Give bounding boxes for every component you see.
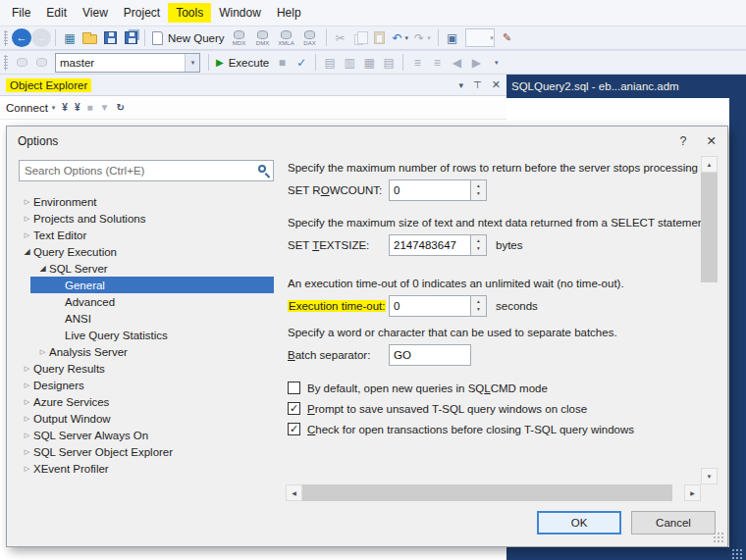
mdx-query-button[interactable]: MDX [228, 30, 251, 46]
xmla-query-button[interactable]: XMLA [275, 30, 298, 46]
search-input[interactable] [19, 160, 274, 181]
spin-down-icon[interactable]: ▾ [477, 245, 480, 253]
properties-pen-button[interactable]: ✎ [498, 27, 517, 49]
undo-button[interactable]: ↶▾ [390, 27, 412, 49]
navigate-back-button[interactable]: ← [12, 28, 31, 47]
dialog-resize-grip[interactable] [713, 532, 724, 543]
connect-dropdown[interactable]: Connect▾ [6, 102, 55, 114]
tree-expander-icon[interactable]: ▷ [21, 415, 33, 422]
window-position-button[interactable]: ▾ [459, 80, 464, 90]
scrollbar-thumb[interactable] [302, 484, 672, 501]
timeout-spinner[interactable]: ▴▾ [471, 295, 487, 317]
prompt-save-label[interactable]: Prompt to save unsaved T-SQL query windo… [307, 403, 587, 415]
dialog-title-bar[interactable]: Options ? ✕ [7, 127, 727, 155]
tree-expander-icon[interactable]: ▷ [21, 448, 33, 455]
tree-expander-icon[interactable]: ▷ [21, 398, 33, 405]
toolbar-grip[interactable] [4, 55, 8, 71]
connect-server-button[interactable]: ¥ [75, 102, 80, 113]
tree-expander-icon[interactable]: ▷ [36, 348, 49, 355]
filter-button[interactable]: ▼ [100, 102, 110, 113]
spin-up-icon[interactable]: ▴ [477, 298, 480, 306]
tree-item-azure-services[interactable]: ▷Azure Services [19, 393, 274, 410]
tree-item-sql-server-always-on[interactable]: ▷SQL Server Always On [19, 427, 274, 443]
tree-item-projects-and-solutions[interactable]: ▷Projects and Solutions [19, 210, 274, 227]
textsize-input[interactable] [389, 234, 471, 256]
cancel-button[interactable]: Cancel [631, 511, 716, 535]
tree-item-ansi[interactable]: ANSI [19, 310, 274, 327]
rowcount-input[interactable] [389, 179, 471, 201]
paste-button[interactable] [370, 27, 390, 49]
tree-expander-icon[interactable]: ▷ [21, 432, 33, 438]
tree-item-analysis-server[interactable]: ▷Analysis Server [19, 343, 274, 360]
sqlcmd-mode-label[interactable]: By default, open new queries in SQLCMD m… [307, 382, 548, 394]
copy-button[interactable] [350, 27, 370, 49]
change-connection-button[interactable] [12, 52, 31, 74]
tree-expander-icon[interactable]: ▷ [21, 198, 33, 205]
checkbox-check-transactions[interactable]: ✓ [288, 423, 300, 435]
pin-icon[interactable]: ⊤ [473, 79, 482, 90]
spin-down-icon[interactable]: ▾ [477, 190, 480, 198]
menu-view[interactable]: View [75, 3, 116, 23]
tree-expander-icon[interactable]: ▷ [21, 465, 33, 472]
database-dropdown[interactable]: master ▾ [55, 53, 200, 73]
menu-project[interactable]: Project [116, 3, 168, 23]
new-query-button[interactable]: New Query [149, 27, 228, 49]
cut-button[interactable]: ✂ [331, 27, 350, 49]
checkbox-sqlcmd-mode[interactable]: ✓ [288, 382, 300, 394]
tab-sqlquery2[interactable]: SQLQuery2.sql - eb...anianc.adm [511, 80, 679, 92]
tree-item-output-window[interactable]: ▷Output Window [19, 410, 274, 427]
textsize-spinner[interactable]: ▴▾ [471, 234, 487, 256]
check-transactions-label[interactable]: Check for open transactions before closi… [307, 424, 634, 435]
uncomment-button[interactable]: ≡ [427, 52, 447, 74]
spin-down-icon[interactable]: ▾ [477, 306, 480, 314]
tree-expander-icon[interactable]: ◢ [36, 265, 49, 273]
menu-window[interactable]: Window [211, 3, 269, 23]
menu-help[interactable]: Help [269, 3, 309, 23]
save-button[interactable] [100, 27, 120, 49]
help-icon[interactable]: ? [680, 134, 687, 148]
toolbar-grip[interactable] [4, 30, 8, 46]
tree-expander-icon[interactable]: ◢ [21, 248, 33, 256]
scroll-up-button[interactable]: ▲ [701, 156, 718, 173]
indent-increase-button[interactable]: ▶ [466, 52, 486, 74]
menu-file[interactable]: File [4, 3, 38, 23]
tree-item-sql-server-object-explorer[interactable]: ▷SQL Server Object Explorer [19, 443, 274, 460]
save-all-button[interactable] [120, 27, 140, 49]
batch-separator-input[interactable] [389, 344, 471, 366]
live-query-statistics-button[interactable]: ▥ [340, 52, 359, 74]
results-to-text-button[interactable]: ▤ [379, 52, 399, 74]
tree-expander-icon[interactable]: ▷ [21, 382, 33, 388]
tree-item-general[interactable]: General [30, 277, 274, 293]
comment-button[interactable]: ≡ [407, 52, 427, 74]
tree-item-query-results[interactable]: ▷Query Results [19, 360, 274, 377]
spin-up-icon[interactable]: ▴ [477, 237, 480, 245]
disconnect-button[interactable]: ¥ [62, 102, 68, 113]
tree-item-environment[interactable]: ▷Environment [19, 193, 274, 210]
tree-item-advanced[interactable]: Advanced [19, 293, 274, 310]
cancel-query-button[interactable]: ■ [272, 52, 292, 74]
refresh-button[interactable]: ↻ [116, 102, 124, 113]
tree-item-text-editor[interactable]: ▷Text Editor [19, 227, 274, 243]
menu-edit[interactable]: Edit [38, 3, 75, 23]
results-to-grid-button[interactable]: ▦ [359, 52, 379, 74]
tree-item-sql-server[interactable]: ◢SQL Server [19, 260, 274, 277]
chevron-down-icon[interactable]: ▾ [427, 34, 431, 42]
tree-expander-icon[interactable]: ▷ [21, 231, 33, 238]
parse-button[interactable]: ✓ [292, 52, 311, 74]
object-explorer-header[interactable]: Object Explorer ▾ ⊤ ✕ [0, 75, 506, 96]
close-icon[interactable]: ✕ [492, 78, 501, 91]
horizontal-scrollbar[interactable]: ◀ ▶ [286, 484, 701, 501]
scroll-left-button[interactable]: ◀ [286, 484, 302, 501]
checkbox-prompt-save[interactable]: ✓ [288, 402, 300, 415]
indent-decrease-button[interactable]: ◀ [447, 52, 466, 74]
navigate-forward-button[interactable]: → [31, 28, 51, 47]
chevron-down-icon[interactable]: ▾ [405, 34, 409, 42]
scrollbar-thumb[interactable] [701, 173, 718, 282]
activity-monitor-button[interactable]: ▦ [60, 27, 80, 49]
close-icon[interactable]: ✕ [707, 133, 717, 148]
rowcount-spinner[interactable]: ▴▾ [471, 179, 487, 201]
resize-grip[interactable] [731, 548, 744, 559]
toolbar-dropdown[interactable]: ▾ [465, 28, 495, 47]
vertical-scrollbar[interactable]: ▲ ▼ [701, 156, 718, 484]
tree-item-designers[interactable]: ▷Designers [19, 377, 274, 393]
